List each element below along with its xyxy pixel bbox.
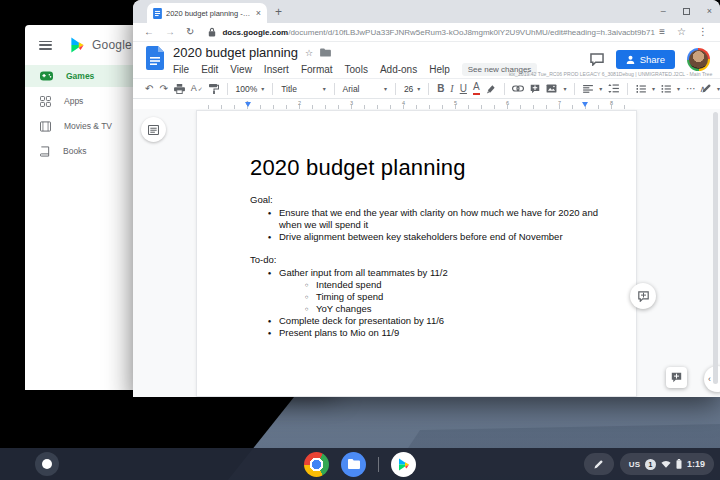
numbered-list-dropdown-icon[interactable]: ▾ bbox=[652, 85, 655, 92]
reload-icon[interactable]: ↻ bbox=[186, 27, 194, 37]
menu-edit[interactable]: Edit bbox=[201, 64, 218, 75]
sub-bullet-item[interactable]: ○ Intended spend bbox=[297, 279, 600, 291]
shelf-separator bbox=[378, 457, 379, 472]
document-heading[interactable]: 2020 budget planning bbox=[250, 155, 600, 181]
url-path: /document/d/10fLBJwPUa33FJNRw5eRum3-kOoJ… bbox=[288, 28, 655, 37]
print-icon[interactable] bbox=[174, 84, 185, 94]
scrollbar[interactable] bbox=[713, 112, 718, 384]
account-avatar[interactable] bbox=[687, 48, 710, 71]
forward-icon[interactable]: → bbox=[165, 27, 175, 37]
bookmark-star-icon[interactable]: ☆ bbox=[677, 27, 686, 37]
italic-icon[interactable]: I bbox=[450, 84, 453, 94]
insert-image-icon[interactable] bbox=[546, 84, 557, 93]
more-options-icon[interactable]: ⋯ bbox=[686, 84, 696, 94]
insert-link-icon[interactable] bbox=[512, 85, 524, 92]
share-person-icon bbox=[626, 55, 635, 64]
paint-format-icon[interactable] bbox=[209, 84, 219, 94]
browser-tab[interactable]: 2020 budget planning - Google D × bbox=[147, 3, 267, 23]
image-dropdown-icon[interactable]: ▾ bbox=[563, 85, 566, 92]
menu-addons[interactable]: Add-ons bbox=[380, 64, 417, 75]
bullet-item[interactable]: ● Ensure that we end the year with clari… bbox=[260, 207, 600, 231]
bullet-item[interactable]: ● Drive alignment between key stakeholde… bbox=[260, 231, 600, 243]
bullet-icon: ● bbox=[260, 207, 279, 231]
share-label: Share bbox=[640, 54, 665, 65]
document-page[interactable]: 2020 budget planning Goal: ● Ensure that… bbox=[196, 110, 637, 397]
margin-comment-button[interactable] bbox=[630, 283, 656, 309]
menu-file[interactable]: File bbox=[173, 64, 189, 75]
bulleted-list-dropdown-icon[interactable]: ▾ bbox=[677, 85, 680, 92]
lock-icon[interactable] bbox=[208, 27, 216, 37]
share-button[interactable]: Share bbox=[616, 50, 675, 69]
zoom-select[interactable]: 100%▾ bbox=[236, 84, 265, 94]
doc-title-row: 2020 budget planning ☆ bbox=[173, 45, 331, 60]
chrome-app-icon[interactable] bbox=[304, 452, 329, 477]
move-folder-icon[interactable] bbox=[320, 48, 331, 57]
reading-list-icon[interactable]: ≡ bbox=[659, 27, 665, 37]
bulleted-list-icon[interactable] bbox=[661, 85, 671, 93]
document-canvas: 2020 budget planning Goal: ● Ensure that… bbox=[133, 109, 720, 397]
files-app-icon[interactable] bbox=[341, 452, 366, 477]
comment-history-icon[interactable] bbox=[590, 53, 604, 66]
play-nav-label: Movies & TV bbox=[64, 121, 112, 131]
bullet-item[interactable]: ● Complete deck for presentation by 11/6 bbox=[260, 315, 600, 327]
menu-help[interactable]: Help bbox=[429, 64, 450, 75]
paragraph-style-select[interactable]: Title▾ bbox=[281, 84, 326, 94]
sub-bullet-item[interactable]: ○ YoY changes bbox=[297, 303, 600, 315]
redo-icon[interactable]: ↷ bbox=[159, 84, 167, 94]
align-dropdown-icon[interactable]: ▾ bbox=[599, 85, 602, 92]
play-nav-label: Books bbox=[63, 146, 87, 156]
status-area: US 1 1:19 bbox=[584, 453, 714, 475]
shelf: US 1 1:19 bbox=[0, 448, 720, 480]
system-tray[interactable]: US 1 1:19 bbox=[620, 453, 714, 475]
numbered-list-icon[interactable] bbox=[636, 85, 646, 93]
explore-button[interactable] bbox=[666, 367, 687, 388]
maximize-button[interactable] bbox=[683, 8, 690, 15]
undo-icon[interactable]: ↶ bbox=[145, 84, 153, 94]
stylus-tools-button[interactable] bbox=[584, 453, 614, 475]
play-store-app-icon[interactable] bbox=[391, 452, 416, 477]
menu-tools[interactable]: Tools bbox=[345, 64, 368, 75]
document-content: 2020 budget planning Goal: ● Ensure that… bbox=[197, 111, 636, 339]
section-label[interactable]: Goal: bbox=[250, 194, 600, 206]
add-comment-icon[interactable] bbox=[530, 84, 540, 94]
font-select[interactable]: Arial▾ bbox=[343, 84, 388, 94]
launcher-button[interactable] bbox=[35, 452, 59, 476]
menu-insert[interactable]: Insert bbox=[264, 64, 289, 75]
text-color-icon[interactable]: A bbox=[473, 82, 480, 95]
menu-format[interactable]: Format bbox=[301, 64, 333, 75]
right-indent-marker[interactable] bbox=[582, 102, 588, 107]
new-tab-button[interactable]: + bbox=[275, 5, 282, 19]
hollow-bullet-icon: ○ bbox=[297, 279, 316, 291]
section-label[interactable]: To-do: bbox=[250, 254, 600, 266]
menu-view[interactable]: View bbox=[230, 64, 252, 75]
align-icon[interactable] bbox=[583, 85, 593, 93]
sub-bullet-item[interactable]: ○ Timing of spend bbox=[297, 291, 600, 303]
show-outline-button[interactable] bbox=[141, 117, 166, 142]
url-bar[interactable]: docs.google.com/document/d/10fLBJwPUa33F… bbox=[222, 28, 659, 37]
docs-version-text: kix_2019.42 Tue_RC06 PROD LEGACY 6_3081D… bbox=[509, 71, 712, 76]
minimize-button[interactable]: – bbox=[661, 7, 666, 16]
font-size-select[interactable]: 26▾ bbox=[404, 84, 420, 94]
bullet-item[interactable]: ● Gather input from all teammates by 11/… bbox=[260, 267, 600, 279]
line-spacing-icon[interactable] bbox=[608, 84, 619, 93]
indent-marker[interactable] bbox=[245, 102, 251, 107]
bullet-item[interactable]: ● Present plans to Mio on 11/9 bbox=[260, 327, 600, 339]
docs-toolbar: ↶ ↷ A✓ 100%▾ Title▾ Arial▾ 26▾ B I U A bbox=[133, 78, 720, 99]
docs-app-icon[interactable] bbox=[146, 46, 164, 70]
notification-badge: 1 bbox=[645, 459, 656, 470]
star-doc-icon[interactable]: ☆ bbox=[305, 48, 313, 58]
docs-menubar: File Edit View Insert Format Tools Add-o… bbox=[173, 63, 537, 76]
tab-close-icon[interactable]: × bbox=[256, 9, 261, 18]
chromeos-desktop: Google Play Games Apps bbox=[0, 0, 720, 480]
underline-icon[interactable]: U bbox=[460, 84, 467, 94]
spellcheck-icon[interactable]: A✓ bbox=[191, 84, 203, 93]
highlight-icon[interactable] bbox=[486, 84, 496, 94]
browser-menu-icon[interactable]: ⋮ bbox=[698, 27, 708, 37]
close-button[interactable]: × bbox=[707, 7, 712, 16]
back-icon[interactable]: ← bbox=[144, 27, 154, 37]
doc-title[interactable]: 2020 budget planning bbox=[173, 45, 298, 60]
books-icon bbox=[40, 146, 50, 157]
bold-icon[interactable]: B bbox=[437, 84, 444, 94]
hamburger-menu-icon[interactable] bbox=[39, 41, 52, 50]
collapse-toolbar-icon[interactable]: ∧ bbox=[699, 84, 706, 94]
